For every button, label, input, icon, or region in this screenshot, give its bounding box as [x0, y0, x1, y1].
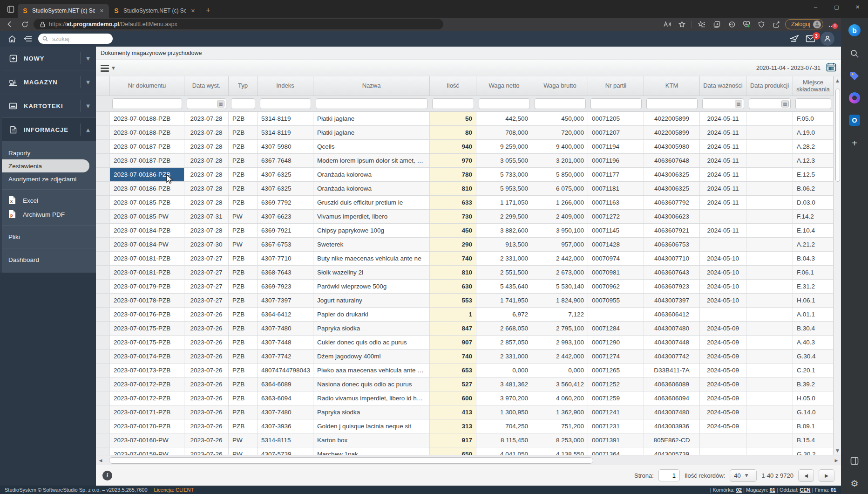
cell[interactable]: 48074744798043	[258, 364, 313, 377]
cell[interactable]: 4307-6623	[258, 210, 313, 223]
cell[interactable]: 00071241	[588, 405, 644, 419]
cell[interactable]: 9 400,000	[532, 140, 588, 153]
column-header[interactable]: Data produkcji	[746, 76, 793, 96]
cell[interactable]: 0,000	[532, 364, 588, 377]
cell[interactable]: 2 668,050	[476, 322, 532, 335]
row-gutter[interactable]	[96, 433, 110, 447]
cell[interactable]: Gruszki duis efficitur pretium le	[313, 196, 430, 209]
cell[interactable]: Papryka słodka	[313, 405, 430, 419]
cell[interactable]: 3 950,100	[532, 224, 588, 237]
cell[interactable]: 00071181	[588, 182, 644, 195]
cell[interactable]: PZB	[229, 224, 258, 237]
cell[interactable]: 2023-07-26	[184, 322, 229, 335]
cell[interactable]: 2023-07-00184-PZB	[110, 224, 184, 237]
column-header[interactable]: Data ważności	[700, 76, 746, 96]
cell[interactable]: 4307-7448	[258, 336, 313, 349]
cell[interactable]: 2023-07-00172-PZB	[110, 377, 184, 391]
cell[interactable]: 00071207	[588, 126, 644, 139]
cell[interactable]: 2023-07-27	[184, 266, 229, 279]
cell[interactable]: 5 953,500	[476, 182, 532, 195]
browser-tab-2[interactable]: S StudioSystem.NET (c) SoftwareSt ✕	[109, 4, 200, 18]
cell[interactable]: Papier do drukarki	[313, 308, 430, 321]
address-bar[interactable]: https://st.programdemo.pl/DefaultLeftMen…	[34, 19, 443, 29]
cell[interactable]: 4063606412	[644, 308, 700, 321]
cell[interactable]: G.30.4	[793, 350, 834, 363]
cell[interactable]: 2024-05-11	[700, 182, 746, 195]
submenu-item-pliki[interactable]: Pliki	[2, 229, 96, 244]
cell[interactable]: 730	[430, 210, 476, 223]
cell[interactable]: 600	[430, 391, 476, 405]
cell[interactable]: PZB	[229, 252, 258, 265]
sidebar-item-magazyn[interactable]: MAGAZYN ▼	[2, 70, 96, 94]
filter-input[interactable]	[590, 98, 642, 109]
row-gutter[interactable]	[96, 280, 110, 293]
cell[interactable]: Płatki jaglane	[313, 126, 430, 139]
column-header[interactable]: Miejsce składowania	[793, 76, 834, 96]
cell[interactable]: A.12.3	[793, 154, 834, 167]
browser-essentials-icon[interactable]	[740, 19, 753, 29]
cell[interactable]: 2023-07-00178-PZB	[110, 294, 184, 307]
cell[interactable]: 4043007710	[644, 252, 700, 265]
tab-close-icon[interactable]: ✕	[98, 7, 105, 15]
cell[interactable]: 4307-7710	[258, 252, 313, 265]
cell[interactable]	[746, 196, 793, 209]
cell[interactable]: 2023-07-31	[184, 210, 229, 223]
cell[interactable]: 650	[430, 447, 476, 455]
cell[interactable]: 4063607921	[644, 224, 700, 237]
cell[interactable]: 4063607643	[644, 266, 700, 279]
filter-input[interactable]	[795, 98, 831, 109]
cell[interactable]: 4 041,050	[476, 447, 532, 455]
cell[interactable]: 00071177	[588, 168, 644, 181]
cell[interactable]: 3 882,600	[476, 224, 532, 237]
cell[interactable]: 413	[430, 405, 476, 419]
submenu-item-raporty[interactable]: Raporty	[2, 146, 96, 159]
cell[interactable]: 4063606089	[644, 377, 700, 391]
cell[interactable]: 957,000	[532, 238, 588, 251]
cell[interactable]: 450,000	[532, 112, 588, 125]
cell[interactable]: 4043006623	[644, 210, 700, 223]
cell[interactable]: 5314-8119	[258, 112, 313, 125]
row-gutter[interactable]	[96, 210, 110, 223]
cell[interactable]	[746, 252, 793, 265]
cell[interactable]: 4 138,550	[532, 447, 588, 455]
cell[interactable]: 1 266,000	[532, 196, 588, 209]
cell[interactable]	[746, 154, 793, 167]
cell[interactable]: Golden j quisque lacinia neque sit	[313, 419, 430, 433]
cell[interactable]	[746, 294, 793, 307]
cell[interactable]	[746, 210, 793, 223]
cell[interactable]: 2023-07-00171-PZB	[110, 405, 184, 419]
cell[interactable]: 00071194	[588, 140, 644, 153]
chevron-down-icon[interactable]: ▼	[80, 76, 96, 88]
table-row[interactable]: 2023-07-00181-PZB2023-07-27PZB6368-7643S…	[96, 266, 834, 280]
column-header[interactable]: Indeks	[258, 76, 313, 96]
cell[interactable]: 2024-05-11	[700, 126, 746, 139]
cell[interactable]: 2024-05-09	[700, 391, 746, 405]
table-row[interactable]: 2023-07-00178-PZB2023-07-27PZB4307-7397J…	[96, 294, 834, 308]
cell[interactable]: A.19.0	[793, 126, 834, 139]
calendar-icon[interactable]	[826, 62, 836, 74]
cell[interactable]: 4307-3936	[258, 419, 313, 433]
read-aloud-icon[interactable]	[661, 19, 673, 29]
grid-menu-caret-icon[interactable]: ▼	[112, 66, 115, 70]
cell[interactable]: 4043003936	[644, 419, 700, 433]
cell[interactable]: 00071145	[588, 224, 644, 237]
table-row[interactable]: 2023-07-00188-PZB2023-07-28PZB5314-8119P…	[96, 112, 834, 126]
filter-input[interactable]	[231, 98, 255, 109]
cell[interactable]: Nasiona donec quis odio ac purus	[313, 377, 430, 391]
cell[interactable]: 1 171,050	[476, 196, 532, 209]
cell[interactable]: 2023-07-26	[184, 405, 229, 419]
sidebar-panel-icon[interactable]	[848, 455, 861, 467]
outlook-icon[interactable]: O	[849, 115, 860, 126]
cell[interactable]: B.39.2	[793, 377, 834, 391]
cell[interactable]: 00071391	[588, 433, 644, 447]
cell[interactable]: Jogurt naturalny	[313, 294, 430, 307]
cell[interactable]: 1 741,950	[476, 294, 532, 307]
row-gutter[interactable]	[96, 308, 110, 321]
cell[interactable]	[746, 364, 793, 377]
tab-close-icon[interactable]: ✕	[190, 7, 197, 15]
row-gutter[interactable]	[96, 405, 110, 419]
cell[interactable]: A.40.3	[793, 336, 834, 349]
cell[interactable]: 2023-07-00172-PZB	[110, 391, 184, 405]
cell[interactable]: 2023-07-27	[184, 280, 229, 293]
cell[interactable]: Radio vivamus imperdiet, libero id h…	[313, 391, 430, 405]
